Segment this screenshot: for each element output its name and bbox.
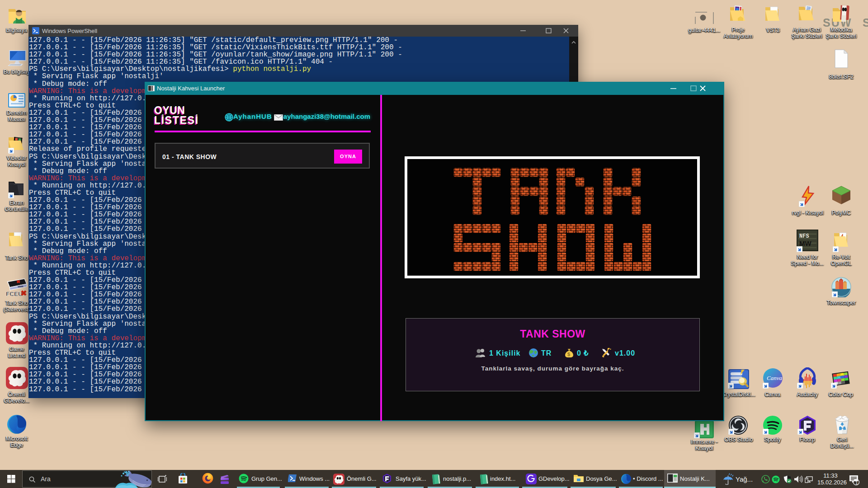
svg-text:NFS: NFS xyxy=(799,233,809,239)
svg-text:Canva: Canva xyxy=(767,375,782,381)
svg-text:1: 1 xyxy=(855,480,858,485)
svg-text:$: $ xyxy=(567,352,570,357)
svg-text:FCEU: FCEU xyxy=(6,291,23,297)
